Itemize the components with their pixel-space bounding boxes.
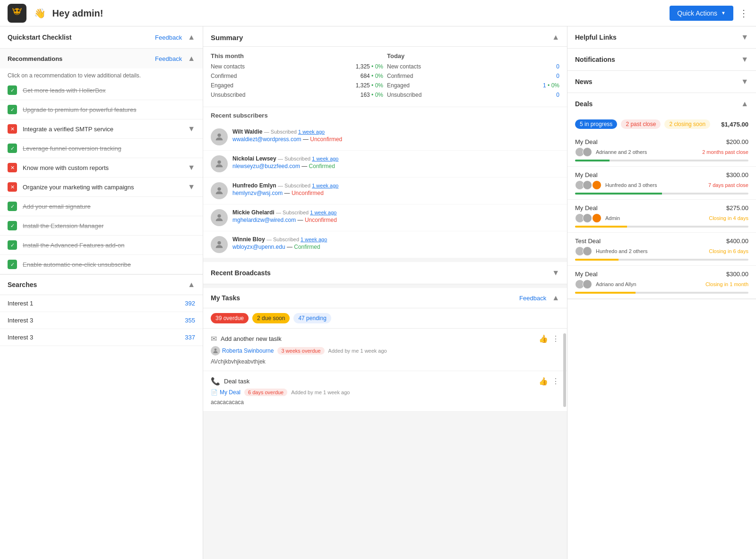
thumbs-up-icon[interactable]: 👍: [539, 334, 548, 343]
deal-meta: Adrianne and 2 others 2 months past clos…: [575, 147, 748, 157]
subscriber-name: Mickie Ghelardi: [232, 209, 275, 216]
search-item[interactable]: Interest 3 337: [0, 329, 203, 346]
deal-meta: Adriano and Allyn Closing in 1 month: [575, 280, 748, 289]
deal-name[interactable]: My Deal: [575, 204, 598, 212]
due-soon-badge[interactable]: 2 due soon: [252, 313, 290, 323]
deal-name[interactable]: Test Deal: [575, 237, 601, 245]
helpful-links-toggle[interactable]: ▼: [741, 33, 748, 42]
subscriber-name: Nickolai Lewsey: [232, 155, 276, 162]
task-meta: Roberta Swinbourne 3 weeks overdue Added…: [211, 346, 559, 356]
deal-name[interactable]: My Deal: [575, 271, 598, 278]
subscriber-status-sep: —: [298, 217, 305, 223]
notifications-header[interactable]: Notifications ▼: [567, 49, 756, 70]
quick-actions-button[interactable]: Quick Actions ▼: [670, 6, 733, 21]
check-icon: ✓: [8, 85, 17, 95]
checklist-item[interactable]: ✓ Add your email signature: [0, 197, 203, 216]
summary-grid: This month New contacts 1,325 • 0% Confi…: [203, 47, 567, 107]
deal-top: My Deal $200.00: [575, 138, 748, 145]
pending-badge[interactable]: 47 pending: [293, 313, 331, 323]
news-header[interactable]: News ▼: [567, 71, 756, 93]
helpful-links-section: Helpful Links ▼: [567, 26, 756, 49]
task-person-name[interactable]: Roberta Swinbourne: [222, 347, 274, 354]
app-logo[interactable]: [8, 4, 26, 23]
deal-name[interactable]: My Deal: [575, 138, 598, 145]
deal-amount: $300.00: [726, 271, 748, 278]
subscriber-email[interactable]: wbloyzx@upenn.edu: [232, 244, 285, 250]
closing-soon-badge[interactable]: 2 closing soon: [664, 119, 710, 129]
tasks-panel: My Tasks Feedback ▲ 39 overdue 2 due soo…: [203, 288, 567, 412]
checklist-item[interactable]: ✓ Leverage funnel conversion tracking: [0, 139, 203, 158]
thumbs-up-icon[interactable]: 👍: [539, 377, 548, 386]
subscriber-avatar: [211, 155, 228, 172]
deals-toggle[interactable]: ▲: [741, 100, 748, 108]
checklist-item[interactable]: ✕ Know more with custom reports ▼: [0, 158, 203, 178]
task-note: acacacacaca: [211, 399, 559, 406]
header-emoji: 👋: [34, 8, 46, 18]
subscriber-email[interactable]: nlewseyzu@buzzfeed.com: [232, 163, 300, 169]
subscriber-email[interactable]: mghelardizw@wired.com: [232, 217, 296, 223]
search-item-name: Interest 3: [8, 317, 33, 324]
svg-point-4: [217, 134, 221, 137]
this-month-confirmed-row: Confirmed 684 • 0%: [211, 73, 383, 79]
deal-status: Closing in 4 days: [709, 215, 748, 221]
recommendations-feedback-link[interactable]: Feedback: [155, 55, 182, 62]
past-close-badge[interactable]: 2 past close: [621, 119, 661, 129]
subscribe-time-link[interactable]: 1 week ago: [312, 183, 338, 188]
checklist-item[interactable]: ✓ Get more leads with HollerBox: [0, 81, 203, 100]
subscriber-status-sep: —: [301, 163, 309, 169]
deal-progress-bar: [575, 259, 748, 261]
task-more-button[interactable]: ⋮: [552, 334, 559, 343]
header-menu-button[interactable]: ⋮: [739, 8, 748, 19]
check-icon: ✕: [8, 163, 17, 172]
helpful-links-header[interactable]: Helpful Links ▼: [567, 26, 756, 48]
today-unsubscribed-row: Unsubscribed 0: [387, 92, 559, 98]
recommendations-collapse-button[interactable]: ▲: [188, 54, 195, 63]
deals-title: Deals: [575, 100, 593, 108]
deal-persons-label: Adriano and Allyn: [596, 281, 636, 287]
summary-collapse-button[interactable]: ▲: [552, 33, 559, 42]
subscriber-email[interactable]: wwaldiezt@wordpress.com: [232, 136, 301, 143]
today-engaged-row: Engaged 1 • 0%: [387, 82, 559, 89]
recommendations-header: Recommendations Feedback ▲: [0, 49, 203, 68]
notifications-toggle[interactable]: ▼: [741, 55, 748, 64]
subscribe-time-link[interactable]: 1 week ago: [310, 210, 336, 215]
today-confirmed-row: Confirmed 0: [387, 73, 559, 79]
checklist-item[interactable]: ✓ Upgrade to premium for powerful featur…: [0, 100, 203, 119]
subscriber-email[interactable]: hemlynzv@wsj.com: [232, 190, 283, 196]
checklist-item[interactable]: ✕ Integrate a verified SMTP service ▼: [0, 119, 203, 139]
search-item[interactable]: Interest 1 392: [0, 295, 203, 312]
search-item[interactable]: Interest 3 355: [0, 312, 203, 329]
deal-item: My Deal $300.00 Hunfredo and 3 others 7 …: [567, 167, 756, 200]
task-more-button[interactable]: ⋮: [552, 377, 559, 386]
deal-status: Closing in 6 days: [709, 248, 748, 254]
broadcasts-collapse-button[interactable]: ▼: [552, 269, 559, 277]
tasks-collapse-button[interactable]: ▲: [552, 294, 559, 302]
checklist-item[interactable]: ✕ Organize your marketing with campaigns…: [0, 178, 203, 197]
subscribe-time-link[interactable]: 1 week ago: [312, 156, 338, 161]
task-deal-link[interactable]: 📄 My Deal: [211, 389, 241, 396]
deal-avatar-2: [583, 147, 592, 157]
task-overdue-badge: 3 weeks overdue: [277, 347, 324, 355]
quickstart-collapse-button[interactable]: ▲: [188, 33, 195, 42]
search-item-name: Interest 1: [8, 300, 33, 307]
checklist-item[interactable]: ✓ Install the Advanced Features add-on: [0, 236, 203, 255]
deal-name[interactable]: My Deal: [575, 171, 598, 178]
checklist-item[interactable]: ✓ Install the Extension Manager: [0, 216, 203, 236]
searches-collapse-button[interactable]: ▲: [188, 280, 195, 289]
checklist-item-text: Upgrade to premium for powerful features: [23, 106, 195, 113]
searches-section: Searches ▲ Interest 1 392 Interest 3 355…: [0, 275, 203, 346]
news-toggle[interactable]: ▼: [741, 77, 748, 86]
subscribe-time-link[interactable]: 1 week ago: [301, 237, 327, 242]
subscriber-avatar: [211, 236, 228, 253]
deals-header[interactable]: Deals ▲: [567, 93, 756, 115]
in-progress-badge[interactable]: 5 in progress: [575, 119, 617, 129]
subscribe-time-link[interactable]: 1 week ago: [298, 129, 325, 135]
task-added-text: Added by me 1 week ago: [291, 390, 350, 395]
checklist-item[interactable]: ✓ Enable automatic one-click unsubscribe: [0, 255, 203, 274]
subscriber-email-line: wwaldiezt@wordpress.com — Unconfirmed: [232, 136, 559, 143]
overdue-badge[interactable]: 39 overdue: [211, 313, 249, 323]
quickstart-feedback-link[interactable]: Feedback: [155, 34, 182, 41]
tasks-feedback-link[interactable]: Feedback: [519, 295, 546, 302]
engaged-value: 1,325 • 0%: [356, 82, 383, 89]
expand-icon: ▼: [188, 125, 195, 133]
